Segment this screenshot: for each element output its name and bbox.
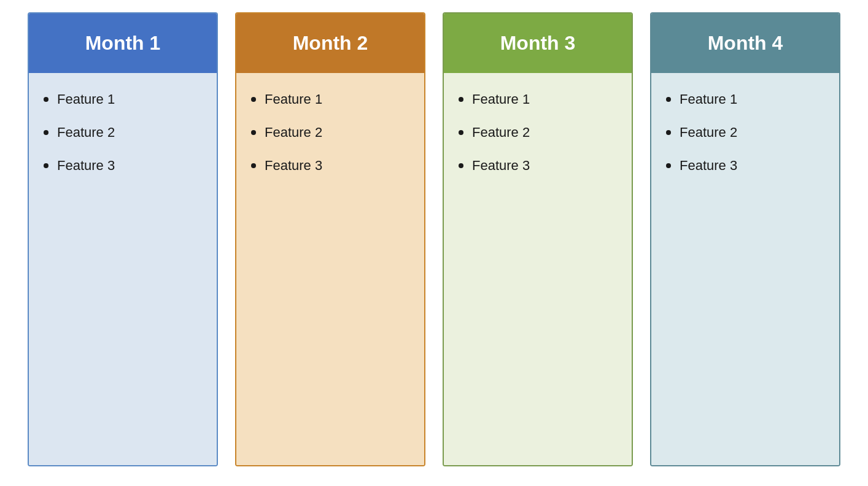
month-3-feature-2: Feature 2 (459, 125, 617, 141)
month-2-feature-list: Feature 1Feature 2Feature 3 (251, 91, 409, 174)
feature-label: Feature 2 (680, 125, 737, 141)
month-3-header: Month 3 (444, 14, 632, 73)
bullet-icon (459, 130, 463, 135)
feature-label: Feature 1 (265, 91, 322, 107)
feature-label: Feature 3 (680, 158, 737, 174)
bullet-icon (44, 130, 48, 135)
column-month-1: Month 1Feature 1Feature 2Feature 3 (28, 12, 218, 466)
feature-label: Feature 1 (472, 91, 530, 107)
month-4-feature-1: Feature 1 (666, 91, 824, 107)
bullet-icon (44, 163, 48, 168)
bullet-icon (251, 130, 256, 135)
bullet-icon (251, 97, 256, 102)
month-1-feature-list: Feature 1Feature 2Feature 3 (44, 91, 202, 174)
bullet-icon (459, 163, 463, 168)
feature-label: Feature 3 (472, 158, 530, 174)
month-1-feature-2: Feature 2 (44, 125, 202, 141)
month-2-feature-3: Feature 3 (251, 158, 409, 174)
bullet-icon (44, 97, 48, 102)
month-3-feature-3: Feature 3 (459, 158, 617, 174)
month-2-feature-1: Feature 1 (251, 91, 409, 107)
month-2-header: Month 2 (236, 14, 424, 73)
month-4-feature-2: Feature 2 (666, 125, 824, 141)
feature-label: Feature 3 (57, 158, 115, 174)
feature-label: Feature 2 (472, 125, 530, 141)
feature-label: Feature 3 (265, 158, 322, 174)
month-3-feature-1: Feature 1 (459, 91, 617, 107)
bullet-icon (666, 130, 671, 135)
month-1-feature-3: Feature 3 (44, 158, 202, 174)
feature-label: Feature 1 (680, 91, 737, 107)
bullet-icon (251, 163, 256, 168)
bullet-icon (666, 163, 671, 168)
month-3-feature-list: Feature 1Feature 2Feature 3 (459, 91, 617, 174)
feature-label: Feature 2 (265, 125, 322, 141)
bullet-icon (459, 97, 463, 102)
month-4-header: Month 4 (651, 14, 839, 73)
month-2-body: Feature 1Feature 2Feature 3 (236, 73, 424, 465)
column-month-3: Month 3Feature 1Feature 2Feature 3 (443, 12, 633, 466)
month-1-body: Feature 1Feature 2Feature 3 (29, 73, 217, 465)
month-4-feature-list: Feature 1Feature 2Feature 3 (666, 91, 824, 174)
month-3-body: Feature 1Feature 2Feature 3 (444, 73, 632, 465)
columns-container: Month 1Feature 1Feature 2Feature 3Month … (0, 0, 868, 486)
feature-label: Feature 2 (57, 125, 115, 141)
month-4-body: Feature 1Feature 2Feature 3 (651, 73, 839, 465)
month-1-header: Month 1 (29, 14, 217, 73)
month-1-feature-1: Feature 1 (44, 91, 202, 107)
feature-label: Feature 1 (57, 91, 115, 107)
column-month-4: Month 4Feature 1Feature 2Feature 3 (650, 12, 840, 466)
bullet-icon (666, 97, 671, 102)
column-month-2: Month 2Feature 1Feature 2Feature 3 (235, 12, 425, 466)
month-2-feature-2: Feature 2 (251, 125, 409, 141)
month-4-feature-3: Feature 3 (666, 158, 824, 174)
